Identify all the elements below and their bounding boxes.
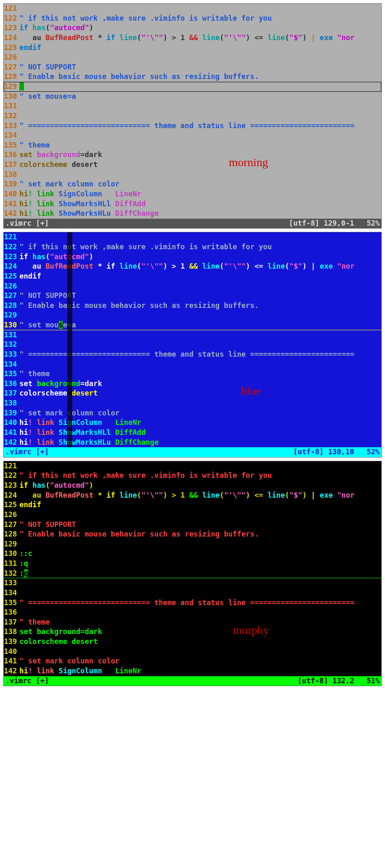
code-line: 127" NOT SUPPORT: [4, 291, 381, 301]
code-line: 141" set mark column color: [4, 656, 381, 666]
line-number: 138: [4, 398, 19, 408]
code-line: 134: [4, 131, 381, 141]
code-line: 140hi! link SignColumn LineNr: [4, 418, 381, 428]
code-line: 135" theme: [4, 369, 381, 379]
code-line: 129: [4, 539, 381, 549]
status-bar: .vimrc [+] [utf-8] 132,2 51%: [4, 676, 381, 686]
cursor-icon: s: [59, 321, 63, 329]
code-line: 137colorscheme desert: [4, 160, 381, 170]
status-filename: .vimrc [+]: [5, 219, 289, 229]
line-number: 129: [4, 539, 19, 549]
line-number: 123: [4, 252, 19, 262]
code-line: 142hi! link ShowMarksHLu DiffChange: [4, 209, 381, 219]
status-percent: 52%: [354, 219, 380, 229]
status-filename: .vimrc [+]: [5, 676, 297, 686]
line-number: 142: [4, 438, 19, 448]
line-number: 136: [4, 608, 19, 618]
editor-blue[interactable]: blue 121 122" if this not work ,make sur…: [3, 232, 382, 457]
line-number: 128: [4, 72, 19, 82]
line-number: 134: [4, 360, 19, 370]
code-line: 140hi! link SignColumn LineNr: [4, 189, 381, 199]
code-line: 130::c: [4, 549, 381, 559]
code-line: 130" set mouse=a: [4, 92, 381, 102]
code-line: 136set background=dark: [4, 379, 381, 389]
line-number: 127: [4, 62, 19, 72]
editor-murphy[interactable]: murphy 121 122" if this not work ,make s…: [3, 461, 382, 686]
code-line: 128" Enable basic mouse behavior such as…: [4, 301, 381, 311]
status-position: [utf-8] 129,0-1: [289, 219, 354, 229]
code-line: 133" ============================ theme …: [4, 121, 381, 131]
line-number: 127: [4, 291, 19, 301]
line-number: 125: [4, 272, 19, 281]
line-number: 141: [4, 656, 19, 666]
code-line: 131:q: [4, 559, 381, 569]
code-line: 132: [4, 340, 381, 350]
line-number: 121: [4, 232, 19, 242]
line-number: 132: [4, 340, 19, 350]
code-line: 124 au BufReadPost * if line("'\"") > 1 …: [4, 491, 381, 501]
code-line: 121: [4, 4, 381, 14]
line-number: 135: [4, 598, 19, 608]
code-line: 125endif: [4, 500, 381, 510]
line-number: 129: [4, 310, 19, 320]
code-line: 128" Enable basic mouse behavior such as…: [4, 72, 381, 82]
code-line: 127" NOT SUPPORT: [4, 520, 381, 530]
code-line: 128" Enable basic mouse behavior such as…: [4, 529, 381, 539]
code-line: 134: [4, 360, 381, 370]
code-line: 133" ============================ theme …: [4, 350, 381, 360]
status-filename: .vimrc [+]: [5, 447, 293, 457]
code-line: 137" theme: [4, 618, 381, 627]
line-number: 133: [4, 578, 19, 588]
code-line: 121: [4, 232, 381, 242]
line-number: 139: [4, 637, 19, 647]
code-line: 142hi! link ShowMarksHLu DiffChange: [4, 438, 381, 448]
line-number: 137: [4, 389, 19, 398]
cursor-icon: q: [24, 569, 29, 577]
status-bar: .vimrc [+] [utf-8] 130,10 52%: [4, 447, 381, 457]
line-number: 138: [4, 627, 19, 637]
status-percent: 51%: [354, 676, 380, 686]
line-number: 132: [4, 111, 19, 121]
line-number: 128: [4, 529, 19, 539]
line-number: 137: [4, 160, 19, 170]
status-bar: .vimrc [+] [utf-8] 129,0-1 52%: [4, 219, 381, 229]
code-line: 123if has("autocmd"): [4, 23, 381, 33]
line-number: 125: [4, 500, 19, 510]
scheme-label-murphy: murphy: [233, 622, 269, 638]
editor-morning[interactable]: morning 121 122" if this not work ,make …: [3, 3, 382, 229]
line-number: 135: [4, 141, 19, 150]
code-line: 122" if this not work ,make sure .viminf…: [4, 471, 381, 481]
line-number: 122: [4, 14, 19, 24]
line-number: 132: [4, 569, 19, 579]
line-number: 123: [4, 481, 19, 491]
line-number: 130: [4, 320, 19, 330]
line-number: 130: [4, 92, 19, 102]
code-line: 127" NOT SUPPORT: [4, 62, 381, 72]
line-number: 124: [4, 491, 19, 501]
line-number: 125: [4, 43, 19, 53]
line-number: 127: [4, 520, 19, 530]
line-number: 129: [4, 82, 19, 92]
line-number: 131: [4, 559, 19, 569]
line-number: 142: [4, 209, 19, 219]
code-line: 136: [4, 608, 381, 618]
cursor-line: 129: [4, 82, 381, 92]
line-number: 139: [4, 179, 19, 189]
status-percent: 52%: [354, 447, 380, 457]
cursor-line: 130" set mouse=a: [4, 320, 381, 330]
line-number: 142: [4, 666, 19, 676]
code-line: 129: [4, 310, 381, 320]
code-line: 138: [4, 398, 381, 408]
line-number: 135: [4, 369, 19, 379]
code-line: 138: [4, 170, 381, 180]
line-number: 123: [4, 23, 19, 33]
line-number: 140: [4, 189, 19, 199]
line-number: 128: [4, 301, 19, 311]
code-line: 126: [4, 281, 381, 291]
code-line: 126: [4, 510, 381, 520]
code-line: 135" ============================ theme …: [4, 598, 381, 608]
cursor-icon: [19, 82, 24, 91]
code-line: 139" set mark column color: [4, 408, 381, 418]
line-number: 124: [4, 33, 19, 43]
code-line: 122" if this not work ,make sure .viminf…: [4, 242, 381, 252]
